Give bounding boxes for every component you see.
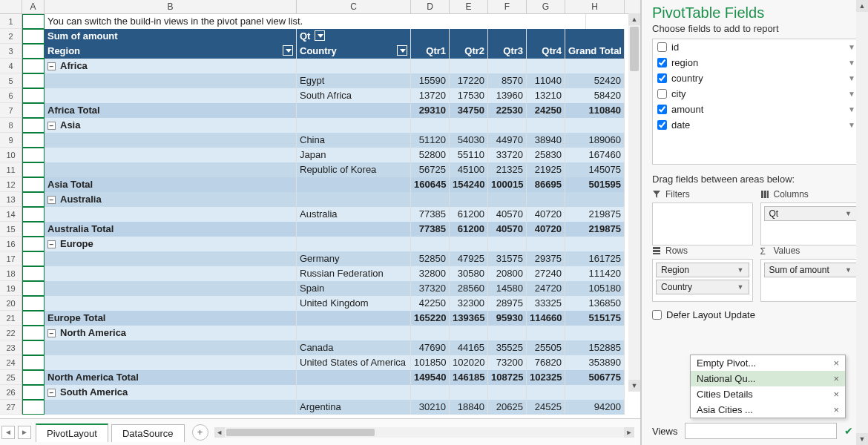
dropdown-icon[interactable] [283, 45, 293, 56]
total-row[interactable]: Africa Total [45, 103, 297, 118]
value-cell[interactable]: 17530 [450, 88, 488, 103]
region-header[interactable]: Region [45, 44, 297, 59]
hscroll-thumb[interactable] [226, 429, 375, 436]
total-cell[interactable]: 139365 [450, 311, 488, 326]
value-cell[interactable]: 24525 [527, 400, 565, 415]
row-header[interactable]: 9 [0, 133, 22, 148]
scroll-down-icon[interactable]: ▼ [856, 433, 868, 445]
value-cell[interactable]: 77385 [411, 207, 450, 222]
view-item-national[interactable]: National Qu...× [691, 371, 845, 386]
value-cell[interactable]: 73200 [488, 355, 527, 370]
country-cell[interactable]: United States of America [297, 355, 411, 370]
region-row[interactable]: −Asia [45, 118, 297, 133]
row-header[interactable]: 21 [0, 311, 22, 326]
value-cell[interactable]: 101850 [411, 355, 450, 370]
value-cell[interactable]: 111420 [565, 266, 625, 281]
row-header[interactable]: 22 [0, 326, 22, 340]
field-city[interactable]: city▼ [653, 86, 860, 102]
region-row[interactable]: −South America [45, 385, 297, 400]
value-cell[interactable]: 145075 [565, 162, 625, 177]
row-header[interactable]: 4 [0, 59, 22, 73]
total-cell[interactable]: 24250 [527, 103, 565, 118]
collapse-icon[interactable]: − [47, 329, 56, 337]
close-icon[interactable]: × [833, 373, 839, 384]
field-checkbox-city[interactable] [657, 89, 667, 99]
total-cell[interactable]: 110840 [565, 103, 625, 118]
country-cell[interactable]: China [297, 133, 411, 148]
horizontal-scrollbar[interactable]: ◄ ► [214, 427, 634, 438]
field-checkbox-amount[interactable] [657, 105, 667, 114]
collapse-icon[interactable]: − [47, 122, 56, 130]
col-header-D[interactable]: D [411, 0, 450, 13]
row-header[interactable]: 11 [0, 162, 22, 177]
value-cell[interactable]: 189060 [565, 133, 625, 148]
total-cell[interactable]: 100015 [488, 177, 527, 192]
chevron-down-icon[interactable]: ▼ [848, 105, 855, 113]
row-field-region[interactable]: Region▼ [656, 263, 749, 277]
data-cell[interactable] [45, 400, 297, 415]
value-cell[interactable]: 167460 [565, 148, 625, 162]
total-cell[interactable]: 102325 [527, 370, 565, 385]
row-header[interactable]: 2 [0, 29, 22, 44]
data-cell[interactable] [45, 133, 297, 148]
close-icon[interactable]: × [833, 389, 839, 400]
field-checkbox-country[interactable] [657, 73, 667, 83]
value-cell[interactable]: 47690 [411, 340, 450, 355]
value-cell[interactable]: 37320 [411, 281, 450, 296]
value-cell[interactable]: 33325 [527, 296, 565, 311]
row-header[interactable]: 7 [0, 103, 22, 118]
country-cell[interactable]: Canada [297, 340, 411, 355]
chevron-down-icon[interactable]: ▼ [848, 121, 855, 129]
row-header[interactable]: 16 [0, 237, 22, 251]
region-row[interactable]: −Africa [45, 59, 297, 73]
data-cell[interactable] [45, 340, 297, 355]
col-header-F[interactable]: F [488, 0, 527, 13]
total-cell[interactable]: 146185 [450, 370, 488, 385]
value-cell[interactable]: 51120 [411, 133, 450, 148]
total-cell[interactable]: 165220 [411, 311, 450, 326]
value-cell[interactable]: 28975 [488, 296, 527, 311]
country-cell[interactable]: Russian Federation [297, 266, 411, 281]
value-cell[interactable]: 102020 [450, 355, 488, 370]
value-cell[interactable]: 40720 [527, 207, 565, 222]
value-cell[interactable]: 33720 [488, 148, 527, 162]
total-cell[interactable]: 154240 [450, 177, 488, 192]
row-header[interactable]: 5 [0, 73, 22, 88]
total-cell[interactable]: 149540 [411, 370, 450, 385]
total-cell[interactable]: 86695 [527, 177, 565, 192]
col-header-H[interactable]: H [565, 0, 625, 13]
value-cell[interactable]: 27240 [527, 266, 565, 281]
total-row[interactable]: Australia Total [45, 222, 297, 237]
value-cell[interactable]: 17220 [450, 73, 488, 88]
field-date[interactable]: date▼ [653, 117, 860, 133]
field-region[interactable]: region▼ [653, 55, 860, 70]
row-header[interactable]: 24 [0, 355, 22, 370]
view-item-empty[interactable]: Empty Pivot...× [691, 355, 845, 371]
value-cell[interactable]: 28560 [450, 281, 488, 296]
value-cell[interactable]: 8570 [488, 73, 527, 88]
data-cell[interactable] [45, 355, 297, 370]
data-cell[interactable] [45, 266, 297, 281]
region-row[interactable]: −North America [45, 326, 297, 340]
tab-nav-prev[interactable]: ◄ [1, 426, 15, 439]
sheet-tab-pivotlayout[interactable]: PivotLayout [36, 423, 108, 442]
dropdown-icon[interactable] [397, 45, 407, 56]
chevron-down-icon[interactable]: ▼ [737, 283, 744, 291]
country-cell[interactable]: Germany [297, 251, 411, 266]
value-cell[interactable]: 52420 [565, 73, 625, 88]
defer-layout-checkbox[interactable] [652, 310, 662, 320]
total-cell[interactable]: 77385 [411, 222, 450, 237]
row-header[interactable]: 12 [0, 177, 22, 192]
qt-header[interactable]: Qt [297, 29, 411, 44]
chevron-down-icon[interactable]: ▼ [848, 90, 855, 98]
value-cell[interactable]: 52850 [411, 251, 450, 266]
value-cell[interactable]: 42250 [411, 296, 450, 311]
total-cell[interactable]: 114660 [527, 311, 565, 326]
value-cell[interactable]: 30580 [450, 266, 488, 281]
value-cell[interactable]: 31575 [488, 251, 527, 266]
collapse-icon[interactable]: − [47, 62, 56, 70]
col-header-E[interactable]: E [450, 0, 488, 13]
total-cell[interactable]: 40570 [488, 222, 527, 237]
total-cell[interactable]: 501595 [565, 177, 625, 192]
collapse-icon[interactable]: − [47, 196, 56, 204]
